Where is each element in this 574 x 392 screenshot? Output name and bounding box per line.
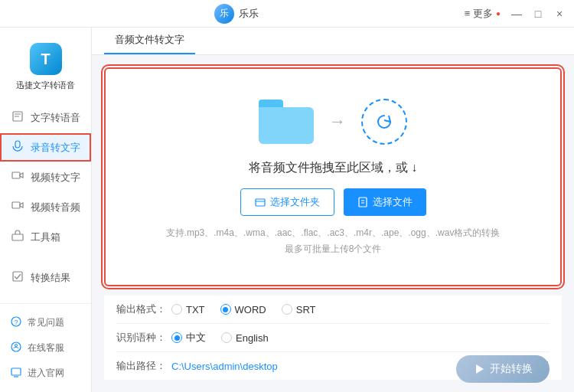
sidebar-item-online-service[interactable]: 在线客服 [0, 335, 91, 361]
sidebar-item-label: 录音转文字 [31, 141, 80, 155]
english-radio-outer [221, 332, 232, 343]
svg-rect-15 [256, 199, 265, 206]
sidebar-item-convert-result[interactable]: 转换结果 [0, 263, 91, 292]
settings-area: 输出格式： TXT WORD [104, 296, 562, 380]
upload-hint: 将音频文件拖拽至此区域，或 ↓ [249, 160, 417, 176]
sidebar-item-record-to-text[interactable]: 录音转文字 [0, 133, 91, 162]
output-format-row: 输出格式： TXT WORD [116, 296, 550, 324]
record-to-text-icon [11, 140, 24, 155]
tab-bar: 音频文件转文字 [92, 28, 574, 55]
output-path-value: C:\Users\admin\desktop [171, 361, 497, 372]
txt-label: TXT [186, 304, 205, 315]
output-path-row: 输出路径： C:\Users\admin\desktop 更改路径 开始转换 [116, 352, 550, 380]
sidebar-bottom-label: 常见问题 [28, 316, 64, 329]
chinese-radio-outer [171, 332, 182, 343]
faq-icon: ? [11, 316, 21, 329]
close-button[interactable]: × [554, 8, 565, 19]
language-radio-group: 中文 English [171, 331, 269, 345]
sidebar-item-text-to-speech[interactable]: 文字转语音 [0, 103, 91, 132]
minimize-button[interactable]: — [511, 8, 522, 19]
chinese-radio-inner [174, 335, 180, 341]
svg-rect-7 [12, 234, 23, 240]
title-bar-right: ≡ 更多 ● — □ × [465, 7, 565, 21]
text-to-speech-icon [11, 110, 24, 125]
sidebar-nav: 文字转语音 录音转文字 [0, 103, 91, 303]
svg-rect-8 [13, 272, 22, 281]
svg-rect-5 [12, 172, 20, 178]
toolbox-icon [11, 230, 24, 244]
sidebar-item-video-to-text[interactable]: 视频转文字 [0, 163, 91, 191]
sidebar-item-label: 视频转文字 [31, 171, 80, 185]
sidebar-item-label: 转换结果 [31, 271, 70, 285]
svg-text:?: ? [14, 318, 18, 326]
upload-buttons: 选择文件夹 选择文件 [240, 188, 426, 216]
select-folder-button[interactable]: 选择文件夹 [240, 188, 334, 216]
srt-label: SRT [296, 304, 316, 315]
language-english[interactable]: English [221, 332, 269, 344]
arrow-icon: → [329, 112, 346, 132]
svg-rect-3 [15, 141, 20, 148]
sidebar-item-enter-website[interactable]: 进入官网 [0, 361, 91, 386]
svg-rect-16 [359, 198, 367, 207]
svg-point-12 [15, 345, 18, 347]
upload-limit-text: 最多可批量上传8个文件 [285, 243, 382, 256]
upload-box[interactable]: → 将音频文件拖拽至此区域，或 ↓ [104, 67, 562, 286]
video-to-audio-icon [11, 200, 24, 214]
language-chinese[interactable]: 中文 [171, 331, 206, 345]
language-label: 识别语种： [116, 331, 171, 345]
sidebar-bottom: ? 常见问题 在线客服 [0, 303, 91, 392]
folder-icon [259, 100, 314, 144]
srt-radio-outer [282, 304, 292, 315]
english-label: English [236, 332, 269, 344]
sidebar-bottom-label: 进入官网 [28, 367, 64, 380]
tab-audio-to-text[interactable]: 音频文件转文字 [104, 28, 195, 54]
svg-marker-19 [476, 364, 484, 374]
upload-icon-area: → [259, 99, 407, 145]
select-file-button[interactable]: 选择文件 [344, 188, 426, 216]
format-word[interactable]: WORD [220, 304, 266, 315]
sidebar-item-label: 工具箱 [31, 230, 60, 244]
main-layout: T 迅捷文字转语音 文字转语音 [0, 28, 574, 392]
username: 乐乐 [239, 7, 259, 21]
title-bar: 乐 乐乐 ≡ 更多 ● — □ × [0, 0, 574, 28]
upload-section: → 将音频文件拖拽至此区域，或 ↓ [92, 55, 574, 392]
sidebar-item-toolbox[interactable]: 工具箱 [0, 223, 91, 251]
output-format-label: 输出格式： [116, 302, 171, 316]
convert-result-icon [11, 270, 24, 285]
word-radio-outer [220, 304, 231, 315]
language-row: 识别语种： 中文 English [116, 324, 550, 352]
more-menu-button[interactable]: ≡ 更多 ● [465, 7, 501, 21]
maximize-button[interactable]: □ [533, 8, 543, 19]
chinese-label: 中文 [186, 331, 206, 345]
logo-text: 迅捷文字转语音 [16, 80, 75, 91]
format-radio-group: TXT WORD SRT [171, 304, 316, 315]
video-to-text-icon [11, 170, 24, 185]
sidebar-bottom-label: 在线客服 [28, 341, 64, 354]
sidebar-logo: T 迅捷文字转语音 [0, 35, 91, 103]
online-service-icon [11, 341, 21, 354]
convert-icon [361, 99, 407, 145]
start-btn-container: 开始转换 [456, 355, 550, 383]
content-area: 音频文件转文字 → [92, 28, 574, 392]
sidebar: T 迅捷文字转语音 文字转语音 [0, 28, 92, 392]
avatar: 乐 [214, 4, 234, 24]
output-path-label: 输出路径： [116, 359, 171, 373]
word-label: WORD [235, 304, 266, 315]
format-txt[interactable]: TXT [171, 304, 205, 315]
word-radio-inner [223, 307, 228, 312]
txt-radio-outer [171, 304, 182, 315]
user-area: 乐 乐乐 [214, 4, 259, 24]
svg-rect-6 [12, 202, 20, 208]
upload-support-text: 支持.mp3、.m4a、.wma、.aac、.flac、.ac3、.m4r、.a… [166, 227, 501, 240]
logo-icon: T [30, 43, 62, 75]
svg-rect-13 [11, 368, 21, 375]
sidebar-item-faq[interactable]: ? 常见问题 [0, 310, 91, 335]
start-convert-button[interactable]: 开始转换 [456, 355, 550, 383]
sidebar-item-label: 视频转音频 [31, 201, 80, 214]
enter-website-icon [11, 367, 21, 380]
sidebar-item-label: 文字转语音 [31, 111, 80, 125]
sidebar-item-video-to-audio[interactable]: 视频转音频 [0, 193, 91, 221]
format-srt[interactable]: SRT [282, 304, 316, 315]
